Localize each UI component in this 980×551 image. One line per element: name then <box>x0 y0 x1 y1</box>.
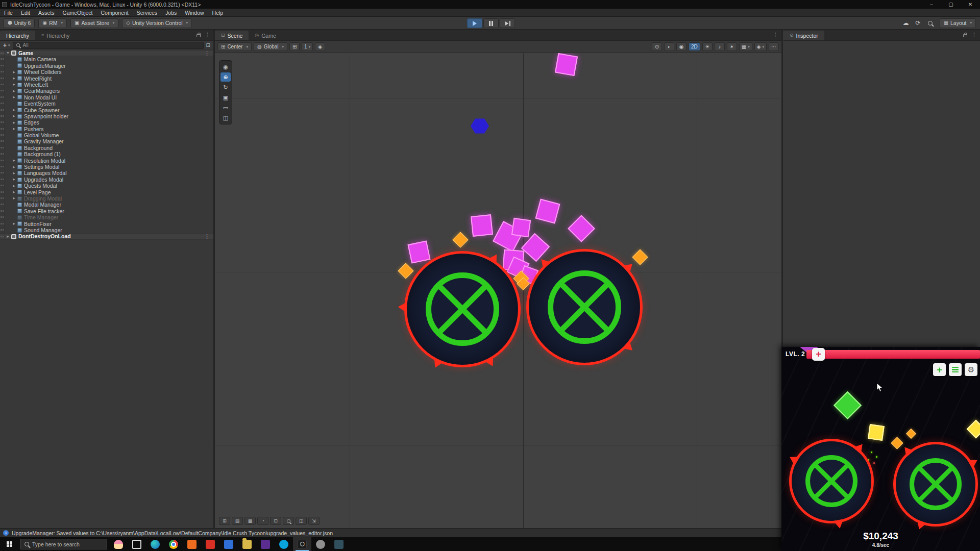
mini-tool-4[interactable]: ◔ <box>257 517 268 525</box>
hierarchy-item[interactable]: Background (1) <box>0 151 213 157</box>
magenta-cube[interactable] <box>407 240 430 263</box>
unity-hub-button[interactable]: ⬢ Unity 6 <box>4 18 35 28</box>
tab-inspector[interactable]: ⊙ Inspector <box>783 31 824 40</box>
expand-arrow-icon[interactable] <box>11 94 17 101</box>
hierarchy-item[interactable]: Sound Manager <box>0 227 213 233</box>
asset-store-button[interactable]: ▣ Asset Store <box>70 18 118 28</box>
hierarchy-item[interactable]: Level Page <box>0 189 213 195</box>
scene-menu-icon[interactable]: ⋮ <box>204 234 210 239</box>
maximize-button[interactable]: ▢ <box>941 0 961 9</box>
taskbar-app-icecream[interactable] <box>109 537 128 551</box>
snap-magnet-toggle[interactable]: ◈ <box>315 42 325 51</box>
scene-camera-settings[interactable]: ⋯ <box>769 42 779 51</box>
hierarchy-item[interactable]: Cube Spawner <box>0 107 213 113</box>
expand-arrow-icon[interactable] <box>11 69 17 76</box>
lock-icon[interactable] <box>963 34 967 37</box>
hierarchy-item[interactable]: Settings Modal <box>0 164 213 170</box>
scene-header-row[interactable]: Game ⋮ <box>0 50 213 56</box>
hierarchy-item[interactable]: Gravity Manager <box>0 138 213 144</box>
expand-arrow-icon[interactable] <box>11 75 17 82</box>
visibility-gutter[interactable] <box>0 151 5 157</box>
visibility-gutter[interactable] <box>0 183 5 189</box>
visibility-gutter[interactable] <box>0 69 5 75</box>
taskbar-app-dark[interactable] <box>330 537 348 551</box>
level-plus-button[interactable]: + <box>812 348 825 361</box>
hierarchy-item[interactable]: GearManagers <box>0 88 213 94</box>
mini-tool-3[interactable]: ▦ <box>244 517 256 525</box>
create-object-button[interactable]: + <box>3 42 10 49</box>
taskbar-app-chrome[interactable] <box>164 537 183 551</box>
visibility-gutter[interactable] <box>0 208 5 214</box>
taskbar-app-orange[interactable] <box>183 537 201 551</box>
version-control-button[interactable]: ◇ Unity Version Control <box>122 18 192 28</box>
expand-arrow-icon[interactable] <box>11 107 17 113</box>
minimize-button[interactable]: – <box>922 0 941 9</box>
visibility-gutter[interactable] <box>0 119 5 126</box>
view-tool[interactable]: ◉ <box>220 62 231 71</box>
visibility-gutter[interactable] <box>0 88 5 94</box>
taskbar-app-skype[interactable] <box>275 537 293 551</box>
hierarchy-item[interactable]: Main Camera <box>0 56 213 62</box>
hierarchy-item[interactable]: Global Volume <box>0 132 213 138</box>
visibility-gutter[interactable] <box>0 164 5 170</box>
menu-item[interactable]: Services <box>133 9 161 16</box>
transform-tool[interactable]: ◫ <box>220 113 231 122</box>
mini-tool-8[interactable]: ⇲ <box>308 517 320 525</box>
dontdestroyonload-row[interactable]: DontDestroyOnLoad ⋮ <box>0 233 213 239</box>
mini-tool-5[interactable]: ⊡ <box>270 517 281 525</box>
visibility-gutter[interactable] <box>0 214 5 220</box>
settings-button[interactable]: ⚙ <box>965 363 977 376</box>
taskbar-app-blue[interactable] <box>219 537 238 551</box>
hierarchy-item[interactable]: Spawnpoint holder <box>0 113 213 119</box>
hierarchy-item[interactable]: Background <box>0 145 213 151</box>
tool-orientation-dropdown[interactable]: ◍ Global <box>254 42 287 51</box>
scene-picking-toggle[interactable]: ⊙ <box>652 42 662 51</box>
step-button[interactable] <box>500 18 515 28</box>
hierarchy-item[interactable]: Edges <box>0 119 213 126</box>
snap-increment-field[interactable]: 1 <box>302 42 313 51</box>
hierarchy-item[interactable]: UpgradeManager <box>0 63 213 69</box>
layout-dropdown[interactable]: ▦ Layout <box>940 18 976 28</box>
taskbar-app-edge[interactable] <box>146 537 164 551</box>
expand-arrow-icon[interactable] <box>11 189 17 195</box>
start-button[interactable] <box>0 537 18 551</box>
scene-menu-icon[interactable]: ⋮ <box>204 51 210 56</box>
visibility-gutter[interactable] <box>0 138 5 144</box>
magenta-cube[interactable] <box>568 215 595 242</box>
visibility-gutter[interactable] <box>0 227 5 233</box>
undo-history-icon[interactable]: ⟳ <box>912 18 924 28</box>
draw-mode-dropdown[interactable]: ◉ <box>676 42 687 51</box>
menu-item[interactable]: Help <box>208 9 228 16</box>
taskbar-task-view[interactable] <box>128 537 146 551</box>
visibility-gutter[interactable] <box>0 234 5 239</box>
mini-tool-1[interactable]: ⊞ <box>219 517 230 525</box>
expand-arrow-icon[interactable] <box>11 88 17 94</box>
visibility-gutter[interactable] <box>0 202 5 208</box>
orange-gem[interactable] <box>398 263 413 279</box>
grid-visibility-dropdown[interactable]: ▦ <box>739 42 752 51</box>
menu-item[interactable]: Assets <box>34 9 59 16</box>
pause-button[interactable] <box>483 18 499 28</box>
move-tool[interactable]: ⊕ <box>220 72 231 82</box>
mini-tool-2[interactable]: ▤ <box>232 517 243 525</box>
lighting-toggle[interactable]: ☀ <box>702 42 713 51</box>
magenta-cube[interactable] <box>535 199 560 224</box>
visibility-gutter[interactable] <box>0 221 5 227</box>
expand-arrow-icon[interactable] <box>11 170 17 177</box>
visibility-gutter[interactable] <box>0 94 5 101</box>
expand-arrow-icon[interactable] <box>11 183 17 189</box>
expand-arrow-icon[interactable] <box>11 113 17 119</box>
close-button[interactable]: ✕ <box>961 0 980 9</box>
hierarchy-item[interactable]: Languages Modal <box>0 170 213 176</box>
collapse-arrow-icon[interactable] <box>5 50 11 56</box>
mini-tool-7[interactable]: ◫ <box>296 517 307 525</box>
mini-tool-6[interactable] <box>283 517 294 525</box>
visibility-gutter[interactable] <box>0 113 5 119</box>
visibility-gutter[interactable] <box>0 132 5 138</box>
hierarchy-item[interactable]: Non Modal UI <box>0 94 213 101</box>
hierarchy-item[interactable]: WheelLeft <box>0 82 213 88</box>
search-filter-icon[interactable]: ⊡ <box>206 43 210 48</box>
expand-arrow-icon[interactable] <box>11 119 17 126</box>
magenta-cube[interactable] <box>511 218 531 237</box>
taskbar-app-gray[interactable] <box>311 537 330 551</box>
